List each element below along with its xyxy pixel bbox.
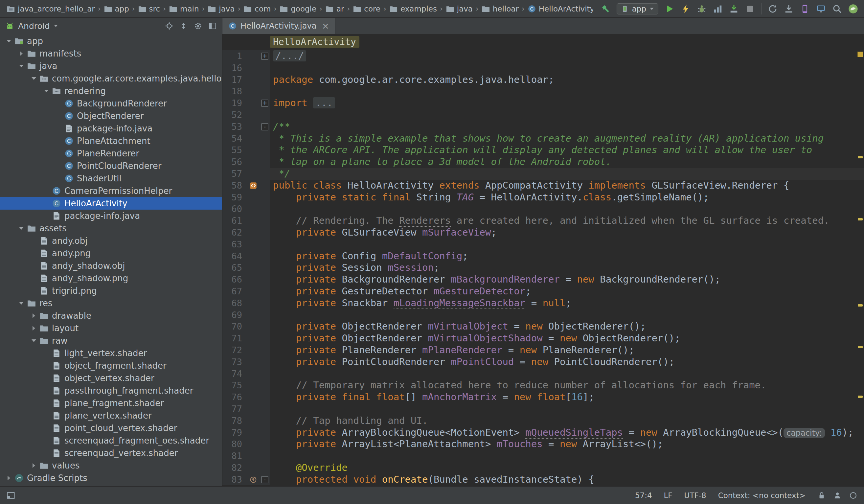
chevron-down-icon[interactable] bbox=[28, 77, 39, 80]
line-number[interactable]: 17 bbox=[223, 74, 247, 86]
code-text[interactable]: private GLSurfaceView mSurfaceView; bbox=[270, 227, 497, 239]
line-number[interactable]: 70 bbox=[223, 321, 247, 333]
chevron-down-icon[interactable] bbox=[16, 302, 27, 304]
tree-item-andy-png[interactable]: andy.png bbox=[0, 247, 222, 260]
line-number[interactable]: 62 bbox=[223, 227, 247, 239]
sync-project-icon[interactable] bbox=[768, 4, 778, 14]
code-line-77[interactable]: 77 bbox=[223, 403, 864, 415]
line-number[interactable]: 67 bbox=[223, 286, 247, 297]
tree-item-objectrenderer[interactable]: CObjectRenderer bbox=[0, 110, 222, 122]
tree-item-rendering[interactable]: rendering bbox=[0, 85, 222, 97]
code-line-65[interactable]: 65 private Session mSession; bbox=[223, 262, 864, 274]
line-number[interactable]: 58 bbox=[223, 180, 247, 192]
code-line-68[interactable]: 68 private Snackbar mLoadingMessageSnack… bbox=[223, 297, 864, 309]
breadcrumb-item-helloar[interactable]: helloar bbox=[481, 4, 519, 13]
line-number[interactable]: 72 bbox=[223, 344, 247, 356]
chevron-right-icon[interactable] bbox=[28, 463, 39, 468]
line-number[interactable]: 82 bbox=[223, 462, 247, 474]
fold-expand-toggle[interactable]: + bbox=[261, 99, 268, 107]
tree-item-screenquad-vertex-shader[interactable]: screenquad_vertex.shader bbox=[0, 447, 222, 459]
code-line-64[interactable]: 64 private Config mDefaultConfig; bbox=[223, 250, 864, 262]
code-text[interactable]: private GestureDetector mGestureDetector… bbox=[270, 286, 531, 297]
tree-item-andy-shadow-png[interactable]: andy_shadow.png bbox=[0, 272, 222, 285]
stop-icon[interactable] bbox=[745, 4, 755, 14]
code-text[interactable] bbox=[270, 85, 273, 97]
tree-item-plane-vertex-shader[interactable]: plane_vertex.shader bbox=[0, 409, 222, 422]
breadcrumb-item-com[interactable]: com bbox=[243, 4, 271, 13]
code-line-70[interactable]: 70 private ObjectRenderer mVirtualObject… bbox=[223, 321, 864, 333]
search-everywhere-icon[interactable] bbox=[832, 4, 842, 14]
code-line-69[interactable]: 69 bbox=[223, 309, 864, 321]
code-text[interactable]: import ... bbox=[270, 97, 335, 109]
tree-item-manifests[interactable]: manifests bbox=[0, 47, 222, 60]
fold-collapse-toggle[interactable]: - bbox=[261, 123, 268, 130]
line-number[interactable]: 76 bbox=[223, 391, 247, 403]
line-number[interactable]: 77 bbox=[223, 403, 247, 415]
chevron-right-icon[interactable] bbox=[28, 313, 39, 318]
code-text[interactable] bbox=[270, 368, 273, 380]
code-text[interactable]: private ObjectRenderer mVirtualObject = … bbox=[270, 321, 646, 333]
breadcrumb-item-app[interactable]: app bbox=[103, 4, 130, 13]
tool-windows-toggle-icon[interactable] bbox=[7, 491, 15, 500]
tree-item-res[interactable]: res bbox=[0, 297, 222, 310]
line-number[interactable]: 63 bbox=[223, 239, 247, 250]
chevron-down-icon[interactable] bbox=[41, 90, 52, 92]
tree-item-gradle-scripts[interactable]: Gradle Scripts bbox=[0, 472, 222, 484]
tree-item-values[interactable]: values bbox=[0, 459, 222, 472]
line-number[interactable]: 80 bbox=[223, 438, 247, 450]
tree-item-light-vertex-shader[interactable]: light_vertex.shader bbox=[0, 347, 222, 359]
encoding-widget[interactable]: UTF-8 bbox=[684, 491, 706, 500]
code-text[interactable]: * This is a simple example that shows ho… bbox=[270, 133, 824, 145]
code-text[interactable] bbox=[270, 62, 273, 74]
warning-stripe-mark[interactable] bbox=[858, 346, 863, 348]
fold-expand-toggle[interactable]: + bbox=[261, 52, 268, 60]
line-number[interactable]: 16 bbox=[223, 62, 247, 74]
code-line-60[interactable]: 60 bbox=[223, 203, 864, 215]
tree-item-java[interactable]: java bbox=[0, 60, 222, 72]
code-line-16[interactable]: 16 bbox=[223, 62, 864, 74]
code-text[interactable]: * the ARCore API. The application will d… bbox=[270, 144, 812, 156]
code-text[interactable]: private static final String TAG = HelloA… bbox=[270, 192, 709, 203]
code-text[interactable]: // Tap handling and UI. bbox=[270, 415, 428, 427]
line-number[interactable]: 66 bbox=[223, 274, 247, 286]
chevron-right-icon[interactable] bbox=[16, 51, 27, 56]
device-monitor-icon[interactable] bbox=[816, 4, 826, 14]
line-number[interactable]: 78 bbox=[223, 415, 247, 427]
breadcrumb-item-core[interactable]: core bbox=[352, 4, 381, 13]
code-line-1[interactable]: 1+/.../ bbox=[223, 50, 864, 62]
code-text[interactable]: private ObjectRenderer mVirtualObjectSha… bbox=[270, 333, 680, 344]
code-line-56[interactable]: 56 * tap on a plane to place a 3d model … bbox=[223, 156, 864, 168]
tree-item-com-google-ar-core-examples-java-helloar[interactable]: com.google.ar.core.examples.java.helloar bbox=[0, 72, 222, 85]
cursor-position-widget[interactable]: 57:4 bbox=[635, 491, 652, 500]
hide-panel-icon[interactable] bbox=[208, 22, 217, 30]
close-icon[interactable]: × bbox=[322, 21, 329, 30]
line-number[interactable]: 65 bbox=[223, 262, 247, 274]
lock-icon[interactable] bbox=[817, 491, 826, 500]
line-number[interactable]: 68 bbox=[223, 297, 247, 309]
gradle-elephant-icon[interactable] bbox=[848, 4, 858, 14]
line-number[interactable]: 53 bbox=[223, 121, 247, 133]
code-text[interactable]: /** bbox=[270, 121, 290, 133]
debug-icon[interactable] bbox=[697, 4, 707, 14]
breadcrumb-item-examples[interactable]: examples bbox=[389, 4, 437, 13]
tree-item-pointcloudrenderer[interactable]: CPointCloudRenderer bbox=[0, 160, 222, 172]
run-config-select[interactable]: app bbox=[616, 3, 658, 14]
code-line-72[interactable]: 72 private PlaneRenderer mPlaneRenderer … bbox=[223, 344, 864, 356]
code-line-52[interactable]: 52 bbox=[223, 109, 864, 121]
code-text[interactable]: private ArrayBlockingQueue<MotionEvent> … bbox=[270, 427, 853, 439]
line-number[interactable]: 81 bbox=[223, 450, 247, 462]
line-number[interactable]: 59 bbox=[223, 192, 247, 203]
code-text[interactable]: @Override bbox=[270, 462, 348, 474]
code-text[interactable]: /.../ bbox=[270, 50, 306, 62]
code-line-63[interactable]: 63 bbox=[223, 239, 864, 250]
code-line-62[interactable]: 62 private GLSurfaceView mSurfaceView; bbox=[223, 227, 864, 239]
line-number[interactable]: 18 bbox=[223, 85, 247, 97]
hector-inspections-icon[interactable] bbox=[833, 491, 842, 500]
tree-item-shaderutil[interactable]: CShaderUtil bbox=[0, 172, 222, 185]
tree-item-trigrid-png[interactable]: trigrid.png bbox=[0, 285, 222, 297]
attach-debugger-icon[interactable] bbox=[729, 4, 739, 14]
code-line-17[interactable]: 17package com.google.ar.core.examples.ja… bbox=[223, 74, 864, 86]
warning-stripe-mark[interactable] bbox=[858, 218, 863, 220]
breadcrumb-item-java[interactable]: java bbox=[445, 4, 473, 13]
code-text[interactable] bbox=[270, 309, 273, 321]
